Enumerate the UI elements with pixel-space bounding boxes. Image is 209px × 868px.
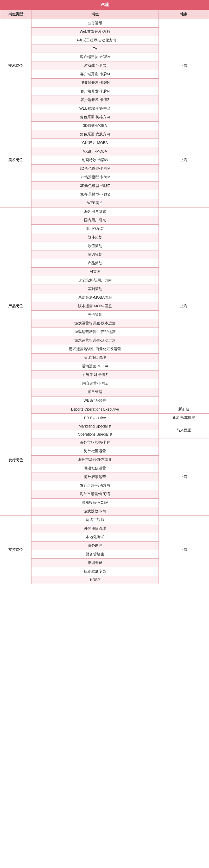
job-cell: 攻坚策划-新用户方向: [31, 276, 158, 285]
job-cell: HRBP: [31, 576, 158, 584]
job-cell: WEB产品经理: [31, 397, 158, 405]
category-cell: 发行岗位: [0, 405, 31, 516]
job-cell: 游戏运营培训生-活动运营: [31, 336, 158, 345]
category-cell: 技术岗位: [0, 19, 31, 113]
table-row: 产品岗位海外用户研究上海: [0, 208, 209, 216]
job-cell: VX设计-MOBA: [31, 147, 158, 156]
col-header-category: 岗位类型: [0, 10, 31, 19]
location-cell: 上海: [159, 438, 209, 516]
job-cell: QA测试工程师-自动化方向: [31, 36, 158, 45]
job-cell: 游戏战斗测试: [31, 61, 158, 70]
job-cell: 海外用户研究: [31, 208, 158, 216]
job-cell: 海外市场营销-卡牌: [31, 438, 158, 447]
location-cell: 上海: [159, 208, 209, 405]
job-cell: 业务运维: [31, 19, 158, 28]
col-header-location: 地点: [159, 10, 209, 19]
table-row: Marketing Specialist马来西亚: [0, 422, 209, 430]
job-cell: 海外市场营销-东南亚: [31, 456, 158, 464]
job-cell: 海外社区运营: [31, 447, 158, 456]
job-cell: 游戏运营培训生-产品运营: [31, 328, 158, 336]
job-cell: PR Executive: [31, 414, 158, 422]
job-cell: 项目管理: [31, 388, 158, 397]
job-cell: 角色原画-皮肤方向: [31, 130, 158, 139]
table-row: PR Executive新加坡/菲律宾: [0, 414, 209, 422]
table-row: 发行岗位Esports Operations Executive新加坡: [0, 405, 209, 414]
location-cell: 上海: [159, 19, 209, 113]
job-cell: TA: [31, 45, 158, 53]
location-cell: 新加坡: [159, 405, 209, 414]
table-row: 技术岗位业务运维上海: [0, 19, 209, 28]
job-cell: 国内用户研究: [31, 216, 158, 225]
job-cell: 游戏投放-卡牌: [31, 507, 158, 516]
job-cell: 客户端开发-卡牌N: [31, 87, 158, 96]
job-cell: 3D角色模型-卡牌M: [31, 164, 158, 173]
job-cell: Marketing Specialist: [31, 422, 158, 430]
location-cell: 上海: [159, 113, 209, 208]
job-cell: 3D场景模型-卡牌Z: [31, 190, 158, 199]
job-cell: 美术项目管理: [31, 353, 158, 362]
col-header-job: 岗位: [31, 10, 158, 19]
job-cell: Esports Operations Executive: [31, 405, 158, 414]
company-title: 沐曈: [100, 2, 109, 7]
job-cell: 葡语社媒运营: [31, 464, 158, 473]
job-cell: AI策划: [31, 268, 158, 276]
job-cell: WEB美术: [31, 199, 158, 208]
job-cell: 游戏运营培训生-商业化宣发运营: [31, 345, 158, 353]
job-cell: 客户端开发-卡牌M: [31, 70, 158, 79]
job-cell: WEB前端开发-中台: [31, 104, 158, 113]
job-cell: 网络工程师: [31, 516, 158, 524]
job-cell: 内容运营-卡牌Z: [31, 379, 158, 388]
job-cell: 海外市场营销-阿语: [31, 490, 158, 499]
table-row: 海外市场营销-卡牌上海: [0, 438, 209, 447]
job-cell: 动画特效-卡牌W: [31, 156, 158, 164]
job-cell: 版本运营-MOBA国服: [31, 302, 158, 311]
job-cell: 游戏运营培训生-版本运营: [31, 319, 158, 328]
job-cell: 外包项目管理: [31, 524, 158, 533]
job-cell: 关卡策划: [31, 311, 158, 319]
job-cell: 法务助理: [31, 541, 158, 550]
job-cell: 财务管培生: [31, 550, 158, 559]
jobs-table: 岗位类型 岗位 地点 技术岗位业务运维上海Web前端开发-发行QA测试工程师-自…: [0, 10, 209, 584]
job-cell: 数值策划: [31, 242, 158, 250]
job-cell: Web前端开发-发行: [31, 28, 158, 36]
job-cell: 活动运营-MOBA: [31, 362, 158, 371]
job-cell: 资源策划: [31, 250, 158, 259]
job-cell: 本地化测试: [31, 533, 158, 541]
job-cell: 基础策划: [31, 285, 158, 293]
job-cell: 角色原画-英雄方向: [31, 113, 158, 122]
job-cell: 3D角色模型-卡牌Z: [31, 182, 158, 190]
job-cell: 产品策划: [31, 259, 158, 268]
category-cell: 支持岗位: [0, 516, 31, 584]
job-cell: Operations Specialist: [31, 430, 158, 438]
job-cell: 发行运营-活动方向: [31, 482, 158, 490]
table-row: 支持岗位网络工程师上海: [0, 516, 209, 524]
job-cell: GUI设计-MOBA: [31, 139, 158, 147]
job-cell: 客户端开发-MOBA: [31, 53, 158, 61]
job-cell: 游戏投放-MOBA: [31, 499, 158, 507]
job-cell: 培训专员: [31, 559, 158, 567]
location-cell: 上海: [159, 516, 209, 584]
location-cell: 马来西亚: [159, 422, 209, 438]
table-row: 美术岗位角色原画-英雄方向上海: [0, 113, 209, 122]
job-cell: 客户端开发-卡牌Z: [31, 96, 158, 104]
job-cell: 战斗策划: [31, 233, 158, 242]
job-cell: 系统策划-MOBA国服: [31, 293, 158, 302]
category-cell: 产品岗位: [0, 208, 31, 405]
job-cell: 3D特效-MOBA: [31, 122, 158, 130]
job-cell: 组织发展专员: [31, 567, 158, 576]
job-cell: 服务器开发-卡牌N: [31, 79, 158, 87]
category-cell: 美术岗位: [0, 113, 31, 208]
location-cell: 新加坡/菲律宾: [159, 414, 209, 422]
job-cell: 系统策划-卡牌Z: [31, 371, 158, 379]
header-bar: 沐曈: [0, 0, 209, 10]
job-cell: 海外赛事运营: [31, 473, 158, 482]
table-header-row: 岗位类型 岗位 地点: [0, 10, 209, 19]
job-cell: 本地化配音: [31, 225, 158, 233]
job-cell: 3D场景模型-卡牌M: [31, 173, 158, 182]
